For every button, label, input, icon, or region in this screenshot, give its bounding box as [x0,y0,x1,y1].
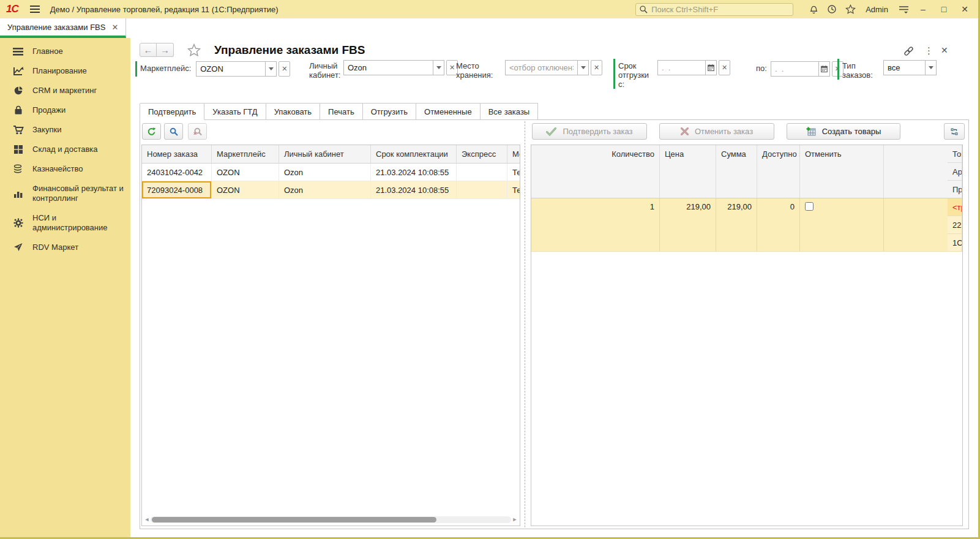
sidebar-item-label: CRM и маркетинг [32,86,97,96]
order-express-cell[interactable] [457,164,507,181]
order-deadline-cell[interactable]: 21.03.2024 10:08:55 [371,181,457,199]
order-type-input[interactable] [888,63,921,72]
order-number-cell[interactable]: 24031042-0042 [142,164,212,181]
hamburger-menu-icon[interactable] [27,2,43,16]
maximize-button[interactable]: □ [935,2,953,16]
sidebar-item-warehouse[interactable]: Склад и доставка [0,140,130,159]
tab-ship[interactable]: Отгрузить [363,103,416,120]
tab-all-orders[interactable]: Все заказы [481,103,539,120]
tab-confirm[interactable]: Подтвердить [140,103,204,120]
marketplace-clear-button[interactable]: ✕ [279,61,290,77]
tab-cancelled[interactable]: Отмененные [416,103,481,120]
orders-col-deadline[interactable]: Срок комплектации [371,145,457,164]
sidebar-item-purchases[interactable]: Закупки [0,120,130,140]
panels-splitter[interactable] [522,120,528,529]
minimize-button[interactable]: – [914,2,932,16]
add-to-favorites-star-icon[interactable] [187,43,201,56]
close-window-button[interactable]: ✕ [956,2,974,16]
order-express-cell[interactable] [457,181,507,199]
orders-col-express[interactable]: Экспресс [457,145,507,164]
search-button[interactable] [164,123,183,140]
orders-col-account[interactable]: Личный кабинет [279,145,371,164]
main-functions-menu-icon[interactable] [896,2,911,16]
tab-pack[interactable]: Упаковать [266,103,320,120]
products-col-available[interactable]: Доступно заказу [757,145,800,198]
products-col-presentation[interactable]: Представление товара [948,181,962,198]
global-search-input[interactable]: Поиск Ctrl+Shift+F [635,3,793,16]
orders-col-storage[interactable]: Мес [507,145,520,164]
order-deadline-cell[interactable]: 21.03.2024 10:08:55 [371,164,457,181]
sidebar-item-main[interactable]: Главное [0,42,130,61]
product-sum-cell[interactable]: 219,00 [716,198,757,252]
order-marketplace-cell[interactable]: OZON [212,181,279,199]
products-col-article[interactable]: Артикул в ЛК [948,163,962,181]
order-type-dropdown-button[interactable] [925,60,937,75]
products-col-cancel[interactable]: Отменить [800,145,884,198]
tab-print[interactable]: Печать [320,103,363,120]
back-button[interactable]: ← [140,43,157,57]
forward-button[interactable]: → [157,43,174,57]
favorites-star-icon[interactable] [842,2,858,16]
scrollbar-track[interactable] [151,516,511,523]
ship-from-calendar-icon[interactable] [705,60,717,75]
storage-input[interactable] [509,63,574,72]
sidebar-item-finance[interactable]: Финансовый результат и контроллинг [0,179,130,208]
close-form-icon[interactable]: ✕ [941,45,948,55]
ship-from-date-input[interactable] [662,63,701,72]
sidebar-item-planning[interactable]: Планирование [0,61,130,81]
products-col-product[interactable]: Товар [948,145,962,163]
order-row[interactable]: 24031042-0042 OZON Ozon 21.03.2024 10:08… [142,164,520,181]
product-price-cell[interactable]: 219,00 [660,198,716,252]
ship-from-clear-button[interactable]: ✕ [719,60,730,75]
sidebar-item-rdv-market[interactable]: RDV Маркет [0,238,130,257]
product-article-cell[interactable]: 222 [948,216,962,234]
products-col-qty[interactable]: Количество [531,145,660,198]
product-available-cell[interactable]: 0 [757,198,800,252]
order-storage-cell[interactable]: Тес [507,181,520,199]
order-number-cell[interactable]: 72093024-0008 [142,181,212,199]
products-col-price[interactable]: Цена [660,145,716,198]
get-link-icon[interactable] [903,45,915,57]
history-icon[interactable] [824,2,840,16]
tab-specify-gtd[interactable]: Указать ГТД [204,103,266,120]
tab-order-management-fbs[interactable]: Управление заказами FBS ✕ [0,18,126,38]
sidebar-item-crm[interactable]: CRM и маркетинг [0,81,130,100]
products-toolbar: Подтвердить заказ Отменить заказ Создать… [532,123,965,140]
order-marketplace-cell[interactable]: OZON [212,164,279,181]
change-form-button[interactable] [944,123,965,140]
product-qty-cell[interactable]: 1 [531,198,660,252]
storage-dropdown-button[interactable] [577,60,589,75]
product-name-cell[interactable]: <требуется создание> [948,198,962,216]
marketplace-dropdown-button[interactable] [265,61,277,77]
tab-close-icon[interactable]: ✕ [111,23,118,32]
user-menu[interactable]: Admin [866,5,888,14]
sidebar-item-treasury[interactable]: Казначейство [0,159,130,179]
order-row-selected[interactable]: 72093024-0008 OZON Ozon 21.03.2024 10:08… [142,181,520,199]
order-storage-cell[interactable]: Тес [507,164,520,181]
orders-horizontal-scrollbar[interactable]: ◄ ► [143,515,518,524]
sidebar-item-sales[interactable]: Продажи [0,100,130,120]
account-input[interactable] [348,63,429,72]
more-actions-kebab-icon[interactable]: ⋮ [924,45,933,56]
products-col-sum[interactable]: Сумма [716,145,757,198]
ship-to-date-input[interactable] [775,64,815,74]
scroll-left-arrow[interactable]: ◄ [143,516,151,522]
scroll-right-arrow[interactable]: ► [511,516,518,522]
orders-col-marketplace[interactable]: Маркетплейс [212,145,279,164]
product-presentation-cell[interactable]: 1С:Деньги 8 Программное обе... [948,234,962,252]
create-goods-button[interactable]: Создать товары [787,123,900,140]
sidebar-item-admin[interactable]: НСИ и администрирование [0,208,130,238]
order-account-cell[interactable]: Ozon [279,164,371,181]
ship-to-calendar-icon[interactable] [818,61,830,77]
order-account-cell[interactable]: Ozon [279,181,371,199]
marketplace-input[interactable] [200,64,261,74]
storage-clear-button[interactable]: ✕ [591,60,602,75]
account-dropdown-button[interactable] [433,60,444,75]
orders-col-number[interactable]: Номер заказа [142,145,212,164]
product-cancel-cell[interactable] [800,198,884,252]
refresh-button[interactable] [142,123,161,140]
cancel-checkbox[interactable] [805,202,814,211]
orders-panel-frame: Номер заказа Маркетплейс Личный кабинет … [140,119,969,529]
notifications-bell-icon[interactable] [806,2,821,16]
scrollbar-thumb[interactable] [152,517,436,522]
